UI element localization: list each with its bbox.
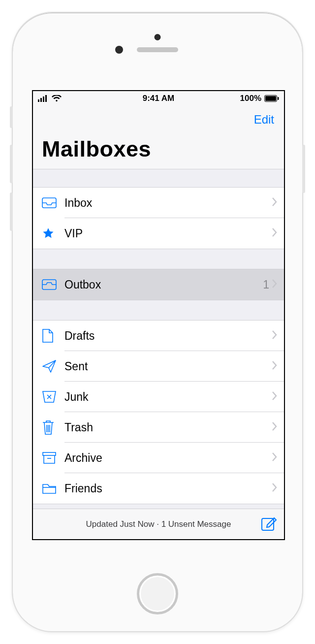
mailbox-row-sent[interactable]: Sent (33, 351, 284, 382)
iphone-device-frame: 9:41 AM 100% Edit Mailboxes Inbox (12, 12, 303, 632)
inbox-icon (42, 197, 64, 208)
battery-icon (264, 95, 279, 102)
svg-rect-2 (43, 97, 44, 102)
volume-down-button (10, 193, 13, 231)
mailbox-label: Inbox (64, 196, 272, 210)
drafts-icon (42, 328, 64, 343)
chevron-right-icon (272, 452, 277, 463)
large-title: Mailboxes (33, 134, 284, 169)
mailbox-label: Junk (64, 390, 272, 404)
front-camera (115, 46, 123, 54)
chevron-right-icon (272, 422, 277, 433)
home-button[interactable] (137, 573, 178, 614)
cellular-signal-icon (38, 95, 49, 102)
mailbox-row-inbox[interactable]: Inbox (33, 188, 284, 218)
power-button (302, 145, 305, 193)
toolbar-status: Updated Just Now · 1 Unsent Message (86, 519, 231, 529)
mailbox-row-junk[interactable]: Junk (33, 382, 284, 412)
sent-icon (42, 359, 64, 373)
mailbox-label: Archive (64, 451, 272, 465)
section-divider (33, 300, 284, 321)
toolbar: Updated Just Now · 1 Unsent Message (33, 509, 284, 539)
svg-rect-5 (265, 96, 276, 101)
chevron-right-icon (272, 228, 277, 239)
mailbox-label: Sent (64, 360, 272, 373)
section-divider (33, 249, 284, 269)
mailbox-label: Drafts (64, 329, 272, 343)
mailbox-label: Friends (64, 482, 272, 495)
chevron-right-icon (272, 483, 277, 494)
svg-rect-3 (45, 95, 47, 102)
chevron-right-icon (272, 197, 277, 208)
mailbox-row-friends[interactable]: Friends (33, 473, 284, 504)
mailbox-row-vip[interactable]: VIP (33, 218, 284, 249)
svg-rect-0 (38, 99, 39, 102)
page-title: Mailboxes (42, 136, 275, 162)
svg-rect-9 (43, 452, 56, 455)
chevron-right-icon (272, 361, 277, 372)
mailbox-group-smart: Inbox VIP (33, 188, 284, 249)
star-icon (42, 227, 64, 240)
chevron-right-icon (272, 391, 277, 402)
folder-icon (42, 483, 64, 494)
mailbox-group-folders: Drafts Sent Junk (33, 321, 284, 504)
mailbox-row-trash[interactable]: Trash (33, 412, 284, 443)
screen: 9:41 AM 100% Edit Mailboxes Inbox (32, 90, 285, 540)
status-bar: 9:41 AM 100% (33, 91, 284, 106)
nav-bar: Edit (33, 106, 284, 134)
volume-up-button (10, 145, 13, 183)
svg-rect-6 (278, 97, 279, 100)
mailbox-label: Outbox (64, 278, 263, 291)
trash-icon (42, 419, 64, 435)
status-time: 9:41 AM (143, 94, 175, 103)
mailbox-row-archive[interactable]: Archive (33, 443, 284, 473)
svg-rect-1 (40, 98, 42, 102)
mailbox-row-drafts[interactable]: Drafts (33, 321, 284, 351)
mailbox-label: Trash (64, 421, 272, 434)
proximity-sensor (155, 34, 161, 40)
section-divider (33, 169, 284, 188)
compose-button[interactable] (260, 515, 277, 534)
mute-switch (10, 106, 13, 128)
chevron-right-icon (272, 279, 277, 290)
mailbox-row-outbox[interactable]: Outbox 1 (33, 269, 284, 300)
edit-button[interactable]: Edit (254, 113, 274, 127)
mailbox-group-outbox: Outbox 1 (33, 269, 284, 300)
mailbox-count: 1 (263, 278, 269, 291)
battery-percent: 100% (240, 94, 261, 103)
wifi-icon (52, 95, 62, 102)
mailbox-label: VIP (64, 227, 272, 240)
earpiece-speaker (137, 47, 178, 52)
outbox-icon (42, 279, 64, 290)
archive-icon (42, 451, 64, 464)
chevron-right-icon (272, 330, 277, 341)
junk-icon (42, 390, 64, 403)
